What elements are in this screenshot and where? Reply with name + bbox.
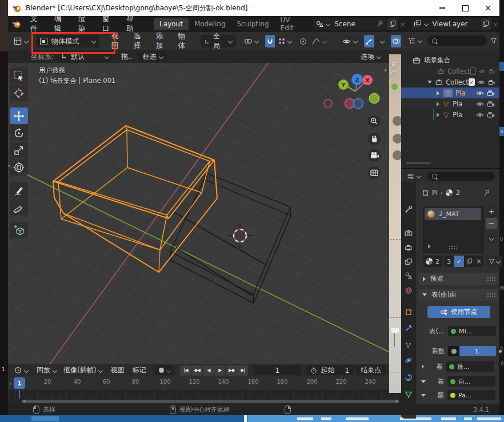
expand-arrow-icon[interactable] xyxy=(427,81,432,83)
select-mode-dropdown[interactable]: 框选 xyxy=(138,51,167,62)
menu-render[interactable]: 渲染 xyxy=(73,14,97,34)
outliner-item-label[interactable]: Collect xyxy=(447,67,470,75)
remove-slot-button[interactable]: − xyxy=(486,218,497,229)
disable-render-icon[interactable] xyxy=(488,78,495,86)
fake-user-shield-icon[interactable]: ✓ xyxy=(454,256,464,267)
zoom-button[interactable] xyxy=(368,115,381,128)
axis-ball-negative-x[interactable] xyxy=(324,99,332,108)
tab-view-layer[interactable] xyxy=(401,255,416,269)
timeline-editor-type-button[interactable] xyxy=(11,365,31,375)
collapse-arrow-icon[interactable] xyxy=(421,380,426,383)
jump-to-end-button[interactable]: ▶| xyxy=(237,365,248,376)
playhead[interactable]: 1 xyxy=(14,377,25,389)
browse-material-button[interactable]: 2 xyxy=(423,256,442,267)
material-crumb-icon[interactable] xyxy=(446,189,453,196)
tab-output[interactable] xyxy=(401,241,416,254)
view-layer-selector[interactable]: ViewLayer xyxy=(411,18,479,30)
outliner-item-label[interactable]: Pla xyxy=(455,89,473,97)
filter-funnel-icon[interactable] xyxy=(490,37,497,44)
expand-arrow-icon[interactable] xyxy=(437,113,439,117)
tool-cursor[interactable] xyxy=(10,85,28,101)
color-input[interactable]: Pa... xyxy=(447,390,495,400)
timeline-menu-view[interactable]: 视图 xyxy=(110,365,124,375)
menu-file[interactable]: 文件 xyxy=(25,14,49,34)
slot-list-expand-icon[interactable] xyxy=(428,244,431,249)
auto-key-button[interactable] xyxy=(155,365,174,375)
disable-render-icon[interactable] xyxy=(489,67,495,75)
workspace-tab-modeling[interactable]: Modeling xyxy=(189,18,231,30)
timeline-scrollbar[interactable] xyxy=(8,399,401,404)
minimize-button[interactable] xyxy=(431,0,454,16)
slot-list-grip[interactable] xyxy=(449,245,457,249)
gizmos-toggle-button[interactable] xyxy=(364,35,374,47)
tab-world[interactable] xyxy=(401,284,416,297)
tab-tool[interactable] xyxy=(401,202,416,216)
tool-measure[interactable] xyxy=(10,199,28,216)
tool-move[interactable] xyxy=(10,108,28,124)
tab-particles[interactable] xyxy=(401,339,416,352)
properties-search-input[interactable] xyxy=(427,172,495,181)
timeline-menu-playback[interactable]: 回放 xyxy=(37,365,57,375)
tool-select-box[interactable] xyxy=(10,67,28,84)
workspace-tab-sculpting[interactable]: Sculpting xyxy=(231,18,275,30)
panel-grip[interactable] xyxy=(487,277,495,281)
hide-eye-icon[interactable] xyxy=(476,100,484,108)
viewport-nav-buttons[interactable] xyxy=(368,115,381,179)
shader-input[interactable]: 透... xyxy=(446,361,494,372)
snap-toggle-button[interactable] xyxy=(265,35,275,47)
material-slot-list[interactable]: 2_MAT xyxy=(423,206,484,253)
axis-ball-navy[interactable] xyxy=(354,99,363,109)
ruler-expand-icon[interactable]: › xyxy=(9,380,11,387)
collapse-arrow-icon[interactable] xyxy=(421,394,426,397)
jump-to-start-button[interactable]: |◀ xyxy=(180,365,191,376)
outliner-item-label[interactable]: Pla xyxy=(453,111,473,119)
timeline-frame-area[interactable] xyxy=(8,390,401,399)
outliner-row-collection[interactable]: Collect ✓ xyxy=(401,77,499,87)
frame-range-start[interactable]: 起始 1 xyxy=(306,365,354,375)
properties-editor-type-button[interactable] xyxy=(405,171,423,181)
prev-keyframe-button[interactable]: ◆◀ xyxy=(191,365,202,376)
tab-constraints[interactable] xyxy=(401,371,416,384)
axis-ball-green[interactable] xyxy=(370,94,379,103)
crumb-data[interactable]: 2 xyxy=(456,189,460,197)
surface-input[interactable]: MI... xyxy=(448,326,496,336)
material-slot-selected[interactable]: 2_MAT xyxy=(425,208,481,220)
workspace-tab-layout[interactable]: Layout xyxy=(154,18,189,30)
exclude-checkbox[interactable] xyxy=(470,67,477,75)
unlink-material-icon[interactable]: × xyxy=(474,257,483,265)
disable-render-icon[interactable] xyxy=(487,111,495,119)
frame-range-end[interactable]: 结束点 xyxy=(356,365,386,375)
panel-surface-header[interactable]: 表(曲)面 xyxy=(418,289,498,301)
current-frame-field[interactable]: 1 xyxy=(253,365,301,375)
outliner-search-input[interactable] xyxy=(427,35,487,46)
pin-icon[interactable] xyxy=(483,189,490,197)
new-scene-button[interactable] xyxy=(387,18,398,30)
maximize-button[interactable] xyxy=(454,0,477,16)
next-keyframe-button[interactable]: ▶◆ xyxy=(226,365,237,376)
scene-selector[interactable]: Scene xyxy=(313,18,386,30)
tab-render[interactable] xyxy=(401,226,416,240)
outliner-row-plane[interactable]: ▽ Pla xyxy=(401,98,499,109)
play-button[interactable]: ▶ xyxy=(214,365,225,376)
unlink-scene-button[interactable]: × xyxy=(398,18,407,30)
crumb-object[interactable]: Pl xyxy=(432,189,438,197)
pivot-point-dropdown[interactable] xyxy=(241,35,262,47)
outliner-row-plane[interactable]: ▽ Pla xyxy=(401,109,499,120)
slot-specials-button[interactable] xyxy=(486,233,497,243)
viewport-menu-object[interactable]: 物体 xyxy=(173,31,195,51)
proportional-editing-button[interactable] xyxy=(298,35,308,47)
close-button[interactable]: × xyxy=(477,0,499,16)
menu-window[interactable]: 窗口 xyxy=(97,14,121,34)
use-nodes-button[interactable]: 使用节点 xyxy=(427,306,490,318)
workspace-tab-uvedit[interactable]: UV Edit xyxy=(275,14,309,34)
tool-scale[interactable] xyxy=(10,142,28,158)
pin-icon[interactable] xyxy=(377,21,383,27)
viewport-menu-add[interactable]: 添加 xyxy=(150,31,173,51)
outliner-row-collection-excluded[interactable]: Collect xyxy=(401,66,499,77)
shader-input[interactable]: 自... xyxy=(447,376,495,387)
hide-eye-icon[interactable] xyxy=(476,89,484,97)
timeline-menu-keying[interactable]: 抠像(插帧) xyxy=(63,365,102,375)
disable-render-icon[interactable] xyxy=(487,89,495,97)
hide-eye-icon[interactable] xyxy=(476,111,484,119)
object-crumb-icon[interactable] xyxy=(422,189,429,197)
